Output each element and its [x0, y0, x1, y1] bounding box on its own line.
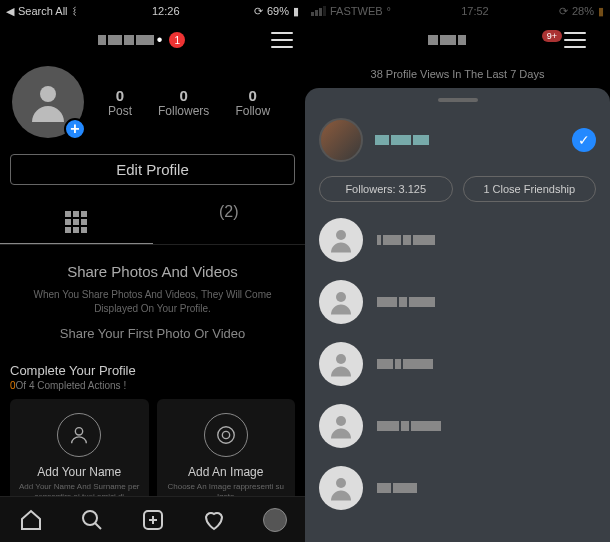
sync-icon: ⟳ [254, 5, 263, 18]
stat-following[interactable]: 0 Follow [235, 87, 270, 118]
svg-point-2 [218, 427, 235, 444]
card-add-name[interactable]: Add Your Name Add Your Name And Surname … [10, 399, 149, 509]
sheet-username[interactable] [375, 131, 560, 149]
list-item[interactable] [319, 280, 596, 324]
clock: 12:26 [152, 5, 180, 17]
svg-point-0 [40, 86, 56, 102]
status-bar: ◀ Search All ⧙ 12:26 ⟳ 69% ▮ [0, 0, 305, 22]
profile-avatar[interactable]: + [12, 66, 84, 138]
add-post-icon[interactable] [141, 508, 165, 532]
home-icon[interactable] [19, 508, 43, 532]
empty-title: Share Photos And Videos [16, 263, 289, 280]
avatar [319, 280, 363, 324]
person-icon [326, 411, 356, 441]
person-icon [326, 473, 356, 503]
close-friendship-pill[interactable]: 1 Close Friendship [463, 176, 597, 202]
empty-subtitle: When You Share Photos And Videos, They W… [16, 288, 289, 316]
tab-grid[interactable] [0, 193, 153, 244]
list-item[interactable] [319, 218, 596, 262]
avatar [319, 342, 363, 386]
topbar: • 1 [0, 22, 305, 58]
heart-icon[interactable] [202, 508, 226, 532]
notification-badge[interactable]: 1 [169, 32, 185, 48]
svg-point-8 [336, 354, 346, 364]
person-icon [326, 225, 356, 255]
wifi-icon: ⧙ [72, 5, 78, 17]
sheet-handle[interactable] [438, 98, 478, 102]
battery-icon: ▮ [293, 5, 299, 18]
person-icon [326, 287, 356, 317]
svg-point-9 [336, 416, 346, 426]
complete-profile-title: Complete Your Profile [10, 363, 295, 378]
list-item-name [377, 421, 441, 431]
person-icon [24, 78, 72, 126]
list-item[interactable] [319, 342, 596, 386]
svg-point-10 [336, 478, 346, 488]
camera-icon [215, 424, 237, 446]
svg-point-7 [336, 292, 346, 302]
bottom-nav [0, 496, 305, 542]
avatar [319, 466, 363, 510]
sheet-avatar[interactable] [319, 118, 363, 162]
stat-followers[interactable]: 0 Followers [158, 87, 209, 118]
username-title[interactable] [428, 35, 466, 45]
person-icon [68, 424, 90, 446]
search-icon[interactable] [80, 508, 104, 532]
list-item-name [377, 235, 435, 245]
list-item-name [377, 483, 417, 493]
verified-check-icon: ✓ [572, 128, 596, 152]
profile-tab-icon[interactable] [263, 508, 287, 532]
menu-icon[interactable] [271, 32, 293, 48]
share-first-link[interactable]: Share Your First Photo Or Video [16, 326, 289, 341]
bottom-sheet: ✓ Followers: 3.125 1 Close Friendship [305, 88, 610, 542]
add-story-icon[interactable]: + [64, 118, 86, 140]
edit-profile-button[interactable]: Edit Profile [10, 154, 295, 185]
grid-icon [65, 211, 87, 233]
person-icon [326, 349, 356, 379]
list-item[interactable] [319, 404, 596, 448]
followers-pill[interactable]: Followers: 3.125 [319, 176, 453, 202]
card-add-image[interactable]: Add An Image Choose An Image rappresenti… [157, 399, 296, 509]
battery-label: 69% [267, 5, 289, 17]
svg-point-3 [222, 431, 229, 438]
complete-profile-progress: 0Of 4 Completed Actions ! [10, 380, 295, 391]
list-item-name [377, 297, 435, 307]
svg-point-6 [336, 230, 346, 240]
stat-posts[interactable]: 0 Post [108, 87, 132, 118]
avatar [319, 404, 363, 448]
carrier-label: Search All [18, 5, 68, 17]
svg-point-4 [83, 511, 97, 525]
username-title[interactable]: • 1 [98, 31, 186, 49]
tab-tagged[interactable]: (2) [153, 193, 306, 244]
svg-point-1 [76, 428, 83, 435]
list-item[interactable] [319, 466, 596, 510]
avatar [319, 218, 363, 262]
menu-icon[interactable] [564, 32, 586, 48]
notification-badge[interactable]: 9+ [542, 30, 562, 42]
back-caret-icon: ◀ [6, 5, 14, 18]
list-item-name [377, 359, 433, 369]
